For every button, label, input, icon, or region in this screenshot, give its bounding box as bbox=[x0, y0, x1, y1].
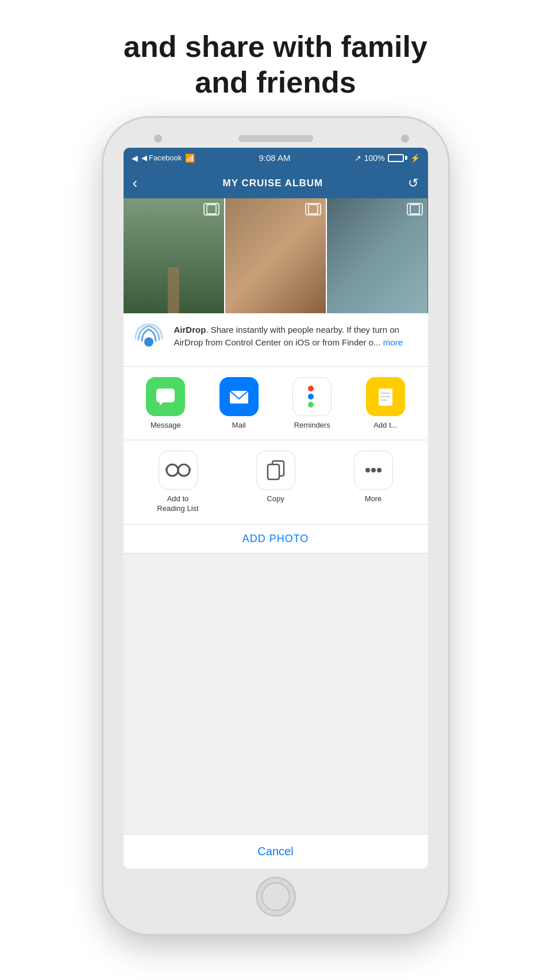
nav-refresh-button[interactable]: ↺ bbox=[408, 176, 418, 191]
app-icon-mail bbox=[219, 377, 259, 416]
phone-top-bar bbox=[120, 135, 432, 142]
battery-pct: 100% bbox=[364, 153, 385, 163]
app-label-message: Message bbox=[151, 421, 181, 429]
photo-cell-1 bbox=[124, 198, 224, 313]
app-item-message[interactable]: Message bbox=[129, 377, 203, 429]
airdrop-text: AirDrop. Share instantly with people nea… bbox=[174, 324, 419, 349]
phone-camera-left bbox=[154, 134, 162, 143]
action-label-more: More bbox=[365, 494, 382, 504]
phone-screen: ◀ ◀ Facebook 📶 9:08 AM ↗ 100% ⚡ ‹ MY CRU… bbox=[124, 148, 428, 868]
action-icon-copy bbox=[256, 451, 295, 490]
app-icon-reminders bbox=[292, 377, 332, 416]
battery-icon bbox=[388, 154, 407, 162]
action-icon-more bbox=[354, 451, 393, 490]
app-item-reminders[interactable]: Reminders bbox=[276, 377, 349, 429]
action-row: Add toReading List Copy bbox=[124, 440, 428, 525]
home-button[interactable] bbox=[256, 877, 296, 917]
photo-cell-3 bbox=[326, 198, 427, 313]
wifi-icon: 📶 bbox=[185, 153, 195, 163]
status-app-label: ◀ Facebook bbox=[141, 153, 182, 162]
headline: and share with family and friends bbox=[103, 29, 448, 101]
cancel-button[interactable]: Cancel bbox=[124, 834, 428, 868]
svg-point-0 bbox=[144, 337, 153, 347]
status-bar: ◀ ◀ Facebook 📶 9:08 AM ↗ 100% ⚡ bbox=[124, 148, 428, 168]
action-label-reading-list: Add toReading List bbox=[157, 494, 198, 514]
airdrop-title: AirDrop bbox=[174, 325, 206, 335]
home-button-inner bbox=[261, 882, 290, 911]
airdrop-notice: AirDrop. Share instantly with people nea… bbox=[124, 313, 428, 367]
nav-title: MY CRUISE ALBUM bbox=[223, 178, 323, 189]
status-back-label: ◀ bbox=[132, 153, 138, 163]
share-sheet: AirDrop. Share instantly with people nea… bbox=[124, 313, 428, 868]
status-time: 9:08 AM bbox=[259, 153, 290, 163]
action-label-copy: Copy bbox=[267, 494, 284, 504]
action-item-copy[interactable]: Copy bbox=[227, 451, 325, 504]
app-label-notes: Add t... bbox=[373, 421, 397, 429]
airdrop-more-link[interactable]: more bbox=[383, 337, 403, 347]
airdrop-icon bbox=[133, 324, 165, 356]
svg-point-17 bbox=[377, 468, 382, 472]
app-item-mail[interactable]: Mail bbox=[202, 377, 276, 429]
status-left: ◀ ◀ Facebook 📶 bbox=[132, 153, 195, 163]
charging-icon: ⚡ bbox=[410, 153, 420, 163]
action-item-reading-list[interactable]: Add toReading List bbox=[129, 451, 227, 514]
action-icon-reading-list bbox=[159, 451, 198, 490]
svg-point-15 bbox=[365, 468, 370, 472]
svg-point-16 bbox=[371, 468, 376, 472]
phone-shell: ◀ ◀ Facebook 📶 9:08 AM ↗ 100% ⚡ ‹ MY CRU… bbox=[103, 118, 448, 934]
app-item-notes[interactable]: Add t... bbox=[349, 377, 422, 429]
photo-icon-3 bbox=[407, 203, 423, 216]
app-icon-message bbox=[146, 377, 185, 416]
photo-grid bbox=[124, 198, 428, 313]
svg-rect-14 bbox=[268, 464, 279, 479]
phone-speaker bbox=[238, 135, 313, 142]
svg-rect-1 bbox=[156, 389, 175, 402]
nav-back-button[interactable]: ‹ bbox=[133, 174, 138, 192]
svg-point-9 bbox=[178, 464, 190, 476]
svg-line-11 bbox=[165, 469, 167, 470]
photo-icon-2 bbox=[305, 203, 321, 216]
photo-cell-2 bbox=[224, 198, 326, 313]
app-icon-notes bbox=[366, 377, 405, 416]
nav-bar: ‹ MY CRUISE ALBUM ↺ bbox=[124, 168, 428, 198]
location-icon: ↗ bbox=[355, 153, 361, 163]
action-item-more[interactable]: More bbox=[325, 451, 422, 504]
airdrop-desc: . Share instantly with people nearby. If… bbox=[174, 325, 399, 347]
app-label-mail: Mail bbox=[232, 421, 246, 429]
phone-camera-right bbox=[401, 134, 409, 143]
photo-icon-1 bbox=[203, 203, 219, 216]
svg-line-12 bbox=[190, 469, 191, 470]
add-photo-bar[interactable]: ADD PHOTO bbox=[124, 525, 428, 554]
svg-point-8 bbox=[167, 464, 178, 476]
app-label-reminders: Reminders bbox=[294, 421, 330, 429]
status-right: ↗ 100% ⚡ bbox=[355, 153, 420, 163]
app-row: Message Mail bbox=[124, 367, 428, 440]
